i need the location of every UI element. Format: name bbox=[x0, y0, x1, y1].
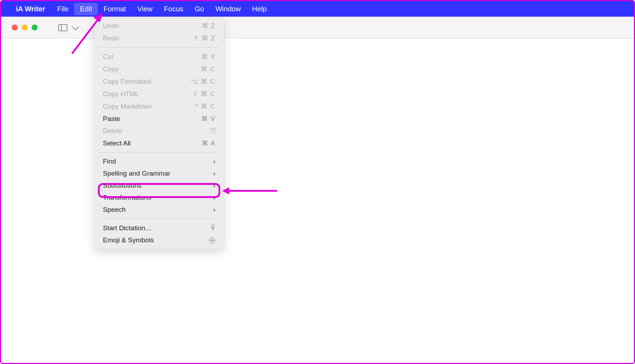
chevron-right-icon: › bbox=[213, 194, 215, 202]
menu-item-copy-formatted[interactable]: Copy Formatted ⌥ ⌘ C bbox=[94, 75, 224, 88]
menu-go[interactable]: Go bbox=[189, 3, 210, 15]
shortcut-label: ⇧ ⌘ Z bbox=[193, 34, 215, 42]
menu-item-label: Emoji & Symbols bbox=[103, 236, 154, 244]
menu-format[interactable]: Format bbox=[98, 3, 132, 15]
menu-help[interactable]: Help bbox=[247, 3, 272, 15]
menu-item-copy-markdown[interactable]: Copy Markdown ^ ⌘ C bbox=[94, 100, 224, 112]
menu-item-label: Transformations bbox=[103, 194, 151, 202]
menu-item-label: Redo bbox=[103, 34, 119, 42]
menu-item-undo[interactable]: Undo ⌘ Z bbox=[94, 20, 224, 32]
menu-item-transformations[interactable]: Transformations › bbox=[94, 192, 224, 204]
menu-item-label: Copy Formatted bbox=[103, 78, 151, 86]
svg-rect-0 bbox=[212, 224, 214, 228]
shortcut-label: ⇧ ⌘ C bbox=[193, 90, 215, 98]
menu-item-find[interactable]: Find › bbox=[94, 155, 224, 167]
menu-item-copy[interactable]: Copy ⌘ C bbox=[94, 63, 224, 75]
minimize-window-button[interactable] bbox=[22, 24, 28, 31]
menu-item-start-dictation[interactable]: Start Dictation… bbox=[94, 222, 224, 234]
chevron-right-icon: › bbox=[213, 182, 215, 189]
menu-separator bbox=[99, 219, 219, 219]
shortcut-label: ⌘ A bbox=[201, 139, 215, 147]
shortcut-label: ^ ⌘ C bbox=[195, 102, 215, 110]
menu-item-label: Find bbox=[103, 158, 116, 165]
menu-item-substitutions[interactable]: Substitutions › bbox=[94, 180, 224, 192]
edit-dropdown-menu: Undo ⌘ Z Redo ⇧ ⌘ Z Cut ⌘ X Copy ⌘ C Cop… bbox=[94, 17, 224, 249]
menu-separator bbox=[99, 47, 219, 48]
chevron-right-icon: › bbox=[213, 158, 215, 165]
menu-focus[interactable]: Focus bbox=[158, 3, 189, 15]
menu-item-label: Select All bbox=[103, 139, 131, 147]
menu-item-label: Copy HTML bbox=[103, 90, 139, 98]
menu-item-spelling-grammar[interactable]: Spelling and Grammar › bbox=[94, 167, 224, 180]
menu-item-redo[interactable]: Redo ⇧ ⌘ Z bbox=[94, 32, 224, 44]
menu-item-copy-html[interactable]: Copy HTML ⇧ ⌘ C bbox=[94, 88, 224, 100]
menu-item-label: Undo bbox=[103, 22, 119, 30]
menu-edit[interactable]: Edit bbox=[74, 3, 98, 15]
menu-item-emoji-symbols[interactable]: Emoji & Symbols bbox=[94, 234, 224, 246]
traffic-lights bbox=[12, 24, 38, 31]
menu-item-label: Substitutions bbox=[103, 182, 142, 189]
menu-item-label: Speech bbox=[103, 206, 126, 214]
shortcut-label: ⌘ X bbox=[201, 53, 215, 61]
sidebar-toggle-icon[interactable] bbox=[58, 24, 67, 31]
chevron-right-icon: › bbox=[213, 206, 215, 214]
menu-item-label: Cut bbox=[103, 53, 114, 61]
menu-view[interactable]: View bbox=[132, 3, 158, 15]
shortcut-label: ⌥ ⌘ C bbox=[190, 77, 215, 86]
menu-item-paste[interactable]: Paste ⌘ V bbox=[94, 112, 224, 125]
menu-item-select-all[interactable]: Select All ⌘ A bbox=[94, 137, 224, 149]
shortcut-label: ⌘ Z bbox=[201, 22, 215, 30]
globe-icon bbox=[209, 237, 215, 243]
close-window-button[interactable] bbox=[12, 24, 18, 31]
menu-item-delete[interactable]: Delete bbox=[94, 125, 224, 137]
chevron-right-icon: › bbox=[213, 170, 215, 177]
delete-key-icon bbox=[209, 127, 215, 135]
app-name[interactable]: iA Writer bbox=[16, 3, 51, 15]
shortcut-label: ⌘ C bbox=[201, 65, 215, 73]
menu-file[interactable]: File bbox=[51, 3, 74, 15]
menu-item-speech[interactable]: Speech › bbox=[94, 204, 224, 216]
menu-item-label: Delete bbox=[103, 127, 122, 135]
menu-item-label: Spelling and Grammar bbox=[103, 170, 170, 177]
menu-item-label: Start Dictation… bbox=[103, 224, 152, 232]
zoom-window-button[interactable] bbox=[32, 24, 38, 31]
shortcut-label: ⌘ V bbox=[201, 115, 215, 123]
menu-item-cut[interactable]: Cut ⌘ X bbox=[94, 50, 224, 63]
menu-item-label: Copy bbox=[103, 65, 118, 73]
system-menubar: iA Writer File Edit Format View Focus Go… bbox=[1, 1, 634, 17]
menu-item-label: Paste bbox=[103, 115, 120, 123]
menu-item-label: Copy Markdown bbox=[103, 103, 151, 110]
chevron-down-icon[interactable] bbox=[72, 23, 79, 30]
menu-separator bbox=[99, 152, 219, 153]
menu-window[interactable]: Window bbox=[210, 3, 246, 15]
mic-icon bbox=[210, 224, 215, 232]
